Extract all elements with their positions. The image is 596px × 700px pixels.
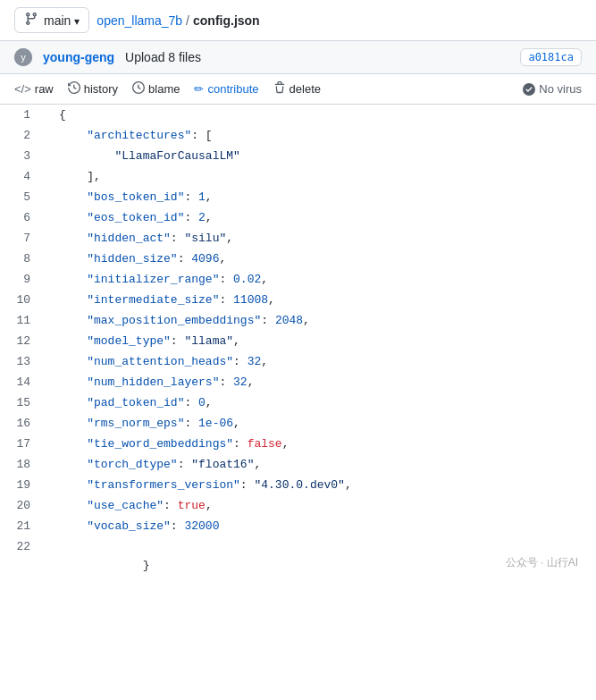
line-content: "architectures": [ [45, 125, 596, 146]
line-number: 19 [0, 475, 45, 495]
table-row: 5 "bos_token_id": 1, [0, 187, 596, 207]
line-content: "tie_word_embeddings": false, [45, 434, 596, 454]
username[interactable]: young-geng [43, 50, 114, 64]
breadcrumb-repo[interactable]: open_llama_7b [97, 13, 182, 28]
table-row: 18 "torch_dtype": "float16", [0, 454, 596, 475]
line-content: ], [45, 166, 596, 187]
line-content: "intermediate_size": 11008, [45, 290, 596, 310]
line-number: 10 [0, 290, 45, 310]
breadcrumb: open_llama_7b / config.json [97, 13, 259, 28]
line-number: 2 [0, 125, 45, 146]
table-row: 10 "intermediate_size": 11008, [0, 290, 596, 310]
breadcrumb-separator: / [186, 13, 189, 28]
svg-text:y: y [21, 52, 26, 63]
line-content: } 公众号 · 山行AI [45, 536, 596, 615]
table-row: 2 "architectures": [ [0, 125, 596, 146]
top-bar: main open_llama_7b / config.json [0, 0, 596, 41]
line-content: "model_type": "llama", [45, 331, 596, 351]
watermark: 公众号 · 山行AI [506, 536, 578, 588]
line-content: { [45, 105, 596, 125]
table-row: 13 "num_attention_heads": 32, [0, 351, 596, 372]
table-row: 8 "hidden_size": 4096, [0, 249, 596, 269]
delete-icon [273, 81, 286, 97]
history-icon [68, 81, 80, 97]
table-row: 15 "pad_token_id": 0, [0, 392, 596, 413]
line-number: 3 [0, 146, 45, 166]
no-virus-badge: No virus [523, 82, 582, 96]
table-row: 17 "tie_word_embeddings": false, [0, 434, 596, 454]
line-number: 13 [0, 351, 45, 372]
line-content: "eos_token_id": 2, [45, 207, 596, 228]
raw-icon: </> [14, 82, 31, 96]
commit-message: Upload 8 files [125, 50, 509, 64]
table-row: 3 "LlamaForCausalLM" [0, 146, 596, 166]
branch-label: main [44, 13, 71, 28]
line-number: 12 [0, 331, 45, 351]
line-content: "pad_token_id": 0, [45, 392, 596, 413]
branch-chevron-icon [74, 13, 80, 28]
line-content: "bos_token_id": 1, [45, 187, 596, 207]
line-number: 4 [0, 166, 45, 187]
code-container: 1 { 2 "architectures": [ 3 "LlamaForCaus… [0, 105, 596, 615]
line-content: "rms_norm_eps": 1e-06, [45, 413, 596, 434]
table-row: 12 "model_type": "llama", [0, 331, 596, 351]
line-number: 17 [0, 434, 45, 454]
line-number: 6 [0, 207, 45, 228]
file-info-bar: y young-geng Upload 8 files a0181ca [0, 41, 596, 74]
contribute-icon: ✏ [194, 82, 204, 96]
table-row: 20 "use_cache": true, [0, 495, 596, 516]
line-content: "use_cache": true, [45, 495, 596, 516]
raw-button[interactable]: </> raw [14, 82, 54, 96]
history-label: history [84, 82, 118, 96]
table-row: 14 "num_hidden_layers": 32, [0, 372, 596, 392]
line-number: 20 [0, 495, 45, 516]
blame-button[interactable]: blame [132, 81, 180, 97]
table-row: 21 "vocab_size": 32000 [0, 516, 596, 536]
contribute-button[interactable]: ✏ contribute [194, 82, 258, 96]
table-row: 16 "rms_norm_eps": 1e-06, [0, 413, 596, 434]
actions-bar: </> raw history blame ✏ contribute delet… [0, 74, 596, 105]
line-content: "hidden_act": "silu", [45, 228, 596, 249]
code-table: 1 { 2 "architectures": [ 3 "LlamaForCaus… [0, 105, 596, 615]
line-content: "num_attention_heads": 32, [45, 351, 596, 372]
line-number: 9 [0, 269, 45, 290]
delete-label: delete [290, 82, 321, 96]
table-row: 7 "hidden_act": "silu", [0, 228, 596, 249]
no-virus-label: No virus [539, 82, 582, 96]
line-content: "vocab_size": 32000 [45, 516, 596, 536]
line-content: "num_hidden_layers": 32, [45, 372, 596, 392]
avatar: y [14, 48, 32, 66]
line-content: "hidden_size": 4096, [45, 249, 596, 269]
line-number: 8 [0, 249, 45, 269]
line-number: 14 [0, 372, 45, 392]
table-row: 1 { [0, 105, 596, 125]
line-number: 16 [0, 413, 45, 434]
raw-label: raw [35, 82, 54, 96]
table-row: 22 } 公众号 · 山行AI [0, 536, 596, 615]
table-row: 11 "max_position_embeddings": 2048, [0, 310, 596, 331]
line-number: 22 [0, 536, 45, 615]
line-number: 18 [0, 454, 45, 475]
line-content: "max_position_embeddings": 2048, [45, 310, 596, 331]
line-content: "initializer_range": 0.02, [45, 269, 596, 290]
delete-button[interactable]: delete [273, 81, 321, 97]
line-number: 7 [0, 228, 45, 249]
line-content: "transformers_version": "4.30.0.dev0", [45, 475, 596, 495]
line-content: "torch_dtype": "float16", [45, 454, 596, 475]
table-row: 9 "initializer_range": 0.02, [0, 269, 596, 290]
line-content: "LlamaForCausalLM" [45, 146, 596, 166]
line-number: 5 [0, 187, 45, 207]
code-wrapper: 1 { 2 "architectures": [ 3 "LlamaForCaus… [0, 105, 596, 615]
table-row: 4 ], [0, 166, 596, 187]
commit-hash[interactable]: a0181ca [520, 48, 582, 66]
history-button[interactable]: history [68, 81, 118, 97]
blame-icon [132, 81, 145, 97]
contribute-label: contribute [207, 82, 258, 96]
blame-label: blame [148, 82, 180, 96]
line-number: 15 [0, 392, 45, 413]
branch-selector[interactable]: main [14, 7, 89, 33]
table-row: 6 "eos_token_id": 2, [0, 207, 596, 228]
line-number: 11 [0, 310, 45, 331]
line-number: 1 [0, 105, 45, 125]
git-branch-icon [24, 12, 38, 29]
